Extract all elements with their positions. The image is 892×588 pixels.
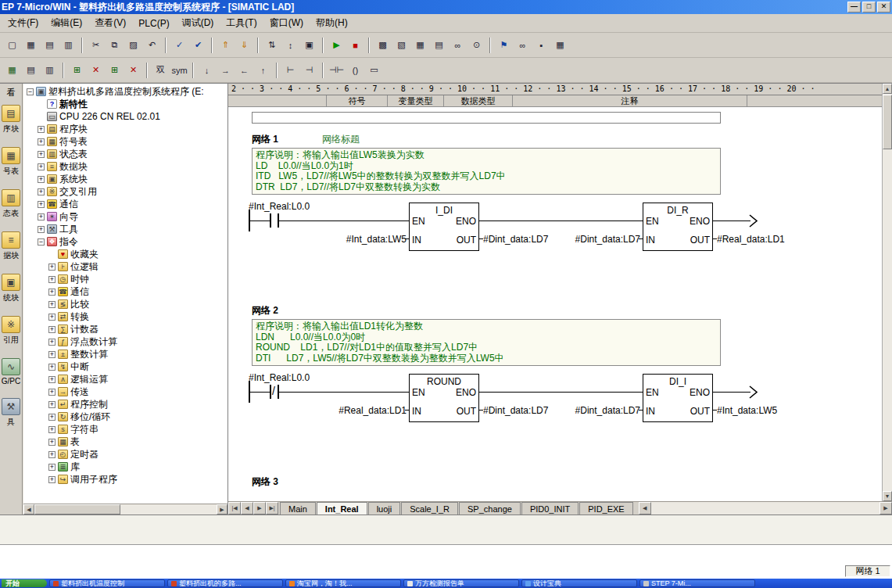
- expander-plus-icon[interactable]: +: [48, 451, 56, 458]
- network-comment[interactable]: 程序说明：将输入输出值LW5装换为实数 LD L0.0//当L0.0为1时 IT…: [252, 148, 721, 195]
- taskbar-button[interactable]: STEP 7-Mi...: [639, 579, 755, 587]
- delete-network-icon[interactable]: ✕: [87, 62, 105, 79]
- tree-item[interactable]: +≣库: [25, 461, 227, 473]
- tab-int_real[interactable]: Int_Real: [317, 502, 367, 514]
- operand-in[interactable]: #Dint_data:LD7: [528, 234, 640, 245]
- cut-icon[interactable]: ✂: [87, 37, 105, 54]
- scroll-right-button[interactable]: ▶: [879, 502, 892, 514]
- stop-icon[interactable]: ■: [346, 37, 364, 54]
- first-tab-button[interactable]: |◀: [228, 502, 241, 514]
- scrollbar-track[interactable]: [120, 504, 217, 514]
- tree-item[interactable]: ♥收藏夹: [25, 248, 227, 260]
- editor-horizontal-scrollbar[interactable]: ◀ ▶: [639, 502, 892, 514]
- expander-plus-icon[interactable]: +: [48, 476, 56, 483]
- taskbar-button[interactable]: 塑料挤出机的多路...: [167, 579, 283, 587]
- tree-item[interactable]: +↻移位/循环: [25, 411, 227, 423]
- minimize-button[interactable]: —: [847, 2, 861, 13]
- expander-plus-icon[interactable]: +: [38, 226, 45, 233]
- expander-plus-icon[interactable]: +: [38, 126, 45, 133]
- menu-item-7[interactable]: 帮助(H): [310, 14, 354, 32]
- expander-plus-icon[interactable]: +: [48, 401, 56, 408]
- variable-table-row[interactable]: [252, 112, 721, 124]
- tree-item[interactable]: +s字符串: [25, 423, 227, 436]
- undo-icon[interactable]: ↶: [143, 37, 161, 54]
- title-bar[interactable]: EP 7-Micro/WIN - 塑料挤出机多路温度控制系统程序 - [SIMA…: [0, 0, 892, 14]
- expander-minus-icon[interactable]: −: [38, 238, 45, 246]
- network-title[interactable]: 网络 3: [252, 475, 278, 489]
- tree-item[interactable]: +↪调用子程序: [25, 473, 227, 486]
- column-symbol[interactable]: 符号: [326, 95, 387, 106]
- expander-plus-icon[interactable]: +: [48, 389, 56, 396]
- tab-pid_exe[interactable]: PID_EXE: [579, 502, 632, 514]
- options-icon[interactable]: ▣: [300, 37, 318, 54]
- menu-item-6[interactable]: 窗口(W): [263, 14, 310, 32]
- network-comment[interactable]: 程序说明：将输入输出值LD1转化为整数 LDN L0.0//当L0.0为0时 R…: [252, 319, 721, 366]
- upload-icon[interactable]: ⇑: [217, 37, 235, 54]
- taskbar-button[interactable]: 淘宝网，淘！我...: [285, 579, 401, 587]
- prev-tab-button[interactable]: ◀: [241, 502, 253, 514]
- operand-in[interactable]: #Dint_data:LD7: [528, 405, 640, 416]
- expander-plus-icon[interactable]: +: [48, 339, 56, 346]
- zoom-icon[interactable]: ⊙: [467, 37, 485, 54]
- new-file-icon[interactable]: ▢: [3, 37, 21, 54]
- insert-horizontal-line-icon[interactable]: ⊣: [300, 62, 318, 79]
- line-right-icon[interactable]: →: [217, 62, 235, 79]
- symbol-info-icon[interactable]: 双: [152, 62, 170, 79]
- viewbar-item[interactable]: ▥态表: [2, 189, 20, 219]
- scroll-down-button[interactable]: ▼: [883, 491, 892, 501]
- expander-plus-icon[interactable]: +: [48, 414, 56, 421]
- expander-plus-icon[interactable]: +: [48, 426, 56, 433]
- viewbar-item[interactable]: ≡据块: [2, 231, 20, 261]
- menu-item-2[interactable]: 查看(V): [88, 14, 132, 32]
- taskbar-button[interactable]: 万方检测报告单: [403, 579, 519, 587]
- insert-vertical-line-icon[interactable]: ⊢: [281, 62, 299, 79]
- pou-comments-icon[interactable]: ▤: [22, 62, 40, 79]
- tree-item[interactable]: +◴定时器: [25, 448, 227, 461]
- function-box[interactable]: ROUND EN ENO IN OUT: [409, 374, 479, 422]
- scroll-right-button[interactable]: ▶: [217, 504, 227, 514]
- network-title[interactable]: 网络 1: [252, 133, 278, 146]
- delete-row-icon[interactable]: ✕: [124, 62, 142, 79]
- scrollbar-track[interactable]: [651, 502, 879, 514]
- viewbar-item[interactable]: ∿G/PC: [2, 358, 20, 385]
- tree-item[interactable]: −❖指令: [25, 235, 227, 248]
- start-button[interactable]: 开始: [2, 579, 47, 587]
- symbol-table-toggle-icon[interactable]: ▦: [3, 62, 21, 79]
- expander-plus-icon[interactable]: +: [48, 289, 56, 296]
- scroll-left-button[interactable]: ◀: [23, 504, 34, 514]
- function-box[interactable]: DI_I EN ENO IN OUT: [643, 374, 713, 422]
- print-icon[interactable]: ▤: [41, 37, 59, 54]
- expander-plus-icon[interactable]: +: [48, 314, 56, 321]
- editor-vertical-scrollbar[interactable]: ▲ ▼: [882, 84, 892, 501]
- next-tab-button[interactable]: ▶: [253, 502, 266, 514]
- operand-out[interactable]: #Real_data:LD1: [717, 234, 785, 245]
- expander-plus-icon[interactable]: +: [38, 138, 45, 145]
- tree-item[interactable]: +⇄转换: [25, 310, 227, 323]
- bookmark-icon[interactable]: ⚑: [495, 37, 513, 54]
- paste-icon[interactable]: ▨: [124, 37, 142, 54]
- operand-out[interactable]: #Int_data:LW5: [717, 405, 777, 416]
- tree-item[interactable]: +▤程序块: [25, 123, 227, 135]
- tree-item[interactable]: +☎通信: [25, 198, 227, 210]
- scrollbar-thumb[interactable]: [883, 95, 892, 149]
- tree-item[interactable]: +∧逻辑运算: [25, 373, 227, 385]
- function-box[interactable]: DI_R EN ENO IN OUT: [643, 203, 713, 251]
- download-icon[interactable]: ⇓: [235, 37, 253, 54]
- trend-view-icon[interactable]: ▤: [430, 37, 448, 54]
- tree-horizontal-scrollbar[interactable]: ◀ ▶: [23, 504, 227, 514]
- expander-plus-icon[interactable]: +: [48, 301, 56, 308]
- scroll-up-button[interactable]: ▲: [883, 84, 892, 94]
- sort-descending-icon[interactable]: ↕: [281, 37, 299, 54]
- expander-minus-icon[interactable]: −: [27, 88, 34, 95]
- tab-sp_change[interactable]: SP_change: [459, 502, 521, 514]
- tab-main[interactable]: Main: [280, 502, 316, 514]
- tree-item[interactable]: ▭CPU 226 CN REL 02.01: [25, 110, 227, 123]
- tab-scale_i_r[interactable]: Scale_I_R: [401, 502, 458, 514]
- tree-item[interactable]: +≡数据块: [25, 160, 227, 173]
- tree-item[interactable]: +↵程序控制: [25, 398, 227, 411]
- scrollbar-thumb[interactable]: [34, 504, 120, 514]
- maximize-button[interactable]: □: [862, 2, 876, 13]
- tree-item[interactable]: +±整数计算: [25, 348, 227, 360]
- compile-all-icon[interactable]: ✔: [189, 37, 207, 54]
- print-preview-icon[interactable]: ▥: [59, 37, 77, 54]
